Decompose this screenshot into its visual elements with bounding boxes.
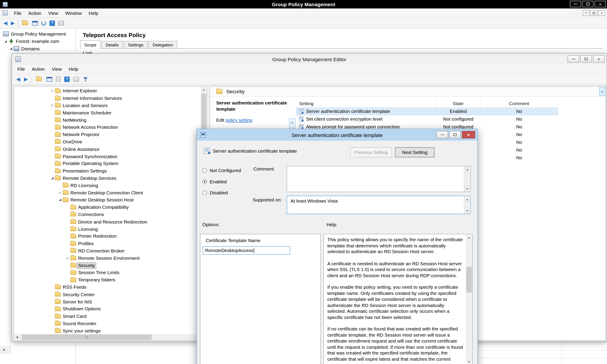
export-list-icon[interactable] <box>56 77 60 82</box>
menu-view[interactable]: View <box>45 10 62 16</box>
child-minimize-icon[interactable] <box>583 10 590 16</box>
help-icon[interactable]: ? <box>50 20 55 26</box>
minimize-icon[interactable] <box>436 131 448 138</box>
expand-arrow-icon[interactable]: ▷ <box>50 89 55 93</box>
expand-arrow-icon[interactable]: ▷ <box>50 104 55 108</box>
close-icon[interactable]: × <box>595 1 606 8</box>
help-icon[interactable]: ? <box>64 77 70 82</box>
tree-item-session-time-limits[interactable]: Session Time Limits <box>14 269 201 276</box>
tree-item-device-and-resource-redirection[interactable]: Device and Resource Redirection <box>14 218 201 225</box>
close-icon[interactable]: × <box>462 131 475 138</box>
forward-icon[interactable]: ▶ <box>11 20 15 26</box>
tree-item-shutdown-options[interactable]: Shutdown Options <box>14 305 201 312</box>
maximize-icon[interactable] <box>449 131 461 138</box>
tree-item-sync-your-settings[interactable]: Sync your settings <box>14 327 201 334</box>
collapse-arrow-icon[interactable]: ◢ <box>58 198 63 202</box>
tree-item-printer-redirection[interactable]: Printer Redirection <box>14 233 201 240</box>
tree-item-smart-card[interactable]: Smart Card <box>14 312 201 320</box>
tree-item-presentation-settings[interactable]: Presentation Settings <box>14 167 201 174</box>
tree-horizontal-scrollbar[interactable]: ◀ ▶ <box>14 334 201 340</box>
collapse-arrow-icon[interactable]: ◢ <box>3 39 8 43</box>
column-header-comment[interactable]: Comment <box>481 100 558 108</box>
tree-item-application-compatibility[interactable]: Application Compatibility <box>14 204 201 211</box>
up-folder-icon[interactable] <box>22 21 28 25</box>
restore-icon[interactable] <box>582 1 594 8</box>
scroll-down-icon[interactable]: ▼ <box>464 208 470 214</box>
expand-arrow-icon[interactable]: ▷ <box>66 256 70 260</box>
tree-item-group-policy-management[interactable]: Group Policy Management <box>0 30 75 38</box>
gpm-horizontal-scrollbar-fragment[interactable]: ◀ <box>0 346 11 353</box>
tree-item-rss-feeds[interactable]: RSS Feeds <box>14 284 201 291</box>
tree-item-temporary-folders[interactable]: Temporary folders <box>14 276 201 284</box>
tree-item-location-and-sensors[interactable]: ▷Location and Sensors <box>14 102 201 109</box>
maximize-icon[interactable] <box>580 55 592 63</box>
tree-item-security-center[interactable]: Security Center <box>14 291 201 298</box>
comment-scrollbar[interactable]: ▲ ▼ <box>464 166 470 192</box>
menu-help[interactable]: Help <box>65 66 82 72</box>
column-header-state[interactable]: State <box>436 100 480 108</box>
scroll-up-icon[interactable]: ▲ <box>466 234 472 241</box>
tree-item-rd-licensing[interactable]: RD Licensing <box>14 182 201 189</box>
next-setting-button[interactable]: Next Setting <box>395 147 435 157</box>
tab-delegation[interactable]: Delegation <box>148 41 177 48</box>
expand-arrow-icon[interactable]: ▷ <box>58 191 63 195</box>
minimize-icon[interactable] <box>568 55 579 63</box>
menu-file[interactable]: File <box>10 10 25 16</box>
radio-disabled[interactable]: Disabled <box>202 187 241 198</box>
tab-settings[interactable]: Settings <box>124 41 148 48</box>
supported-scrollbar[interactable]: ▲ ▼ <box>464 196 470 214</box>
chevron-up-icon[interactable]: ^ <box>289 118 296 129</box>
up-folder-icon[interactable] <box>36 77 42 81</box>
collapse-arrow-icon[interactable]: ◢ <box>50 176 55 180</box>
menu-action[interactable]: Action <box>28 66 48 72</box>
tree-item-security[interactable]: Security <box>14 262 201 269</box>
tree-item-remote-session-environment[interactable]: ▷Remote Session Environment <box>14 254 201 262</box>
tree-item-forest-example-com[interactable]: ◢Forest: example.com <box>0 38 75 45</box>
scroll-up-icon[interactable]: ▲ <box>464 166 470 172</box>
tree-item-server-for-nis[interactable]: Server for NIS <box>14 298 201 305</box>
radio-not-configured[interactable]: Not Configured <box>202 165 241 176</box>
tab-details[interactable]: Details <box>101 41 123 48</box>
menu-help[interactable]: Help <box>85 10 102 16</box>
tab-scope[interactable]: Scope <box>80 40 101 49</box>
tree-item-connections[interactable]: Connections <box>14 211 201 218</box>
show-console-tree-icon[interactable] <box>46 77 52 81</box>
tree-item-maintenance-scheduler[interactable]: Maintenance Scheduler <box>14 109 201 117</box>
menu-action[interactable]: Action <box>25 10 45 16</box>
scroll-left-icon[interactable]: ◀ <box>0 347 7 353</box>
supported-on-textarea[interactable]: At least Windows Vista ▲ ▼ <box>287 196 471 214</box>
tree-item-password-synchronization[interactable]: Password Synchronization <box>14 153 201 160</box>
previous-setting-button[interactable]: Previous Setting <box>350 147 392 157</box>
list-view-icon[interactable] <box>58 21 64 26</box>
setting-row[interactable]: Server authentication certificate templa… <box>296 108 558 115</box>
setting-row[interactable]: Set client connection encryption levelNo… <box>296 115 558 123</box>
column-header-setting[interactable]: Setting <box>296 100 436 108</box>
scroll-up-icon[interactable]: ▲ <box>599 87 605 96</box>
forward-icon[interactable]: ▶ <box>24 76 28 82</box>
tree-item-network-access-protection[interactable]: Network Access Protection <box>14 124 201 131</box>
back-icon[interactable]: ◀ <box>16 76 20 82</box>
tree-item-domains[interactable]: ◢Domains <box>0 45 75 52</box>
tree-item-profiles[interactable]: Profiles <box>14 240 201 247</box>
scroll-up-icon[interactable]: ▲ <box>464 196 470 202</box>
scrollbar-thumb[interactable] <box>22 334 152 340</box>
scroll-up-icon[interactable]: ▲ <box>201 87 206 92</box>
tree-item-network-projector[interactable]: Network Projector <box>14 131 201 138</box>
tree-item-remote-desktop-connection-client[interactable]: ▷Remote Desktop Connection Client <box>14 189 201 196</box>
tree-item-internet-explorer[interactable]: ▷Internet Explorer <box>14 88 201 95</box>
help-scrollbar[interactable]: ▲ ▼ <box>466 234 472 364</box>
policy-setting-link[interactable]: policy setting <box>226 117 252 123</box>
close-icon[interactable]: × <box>593 55 605 63</box>
child-close-icon[interactable]: × <box>598 10 605 16</box>
filter-icon[interactable] <box>83 77 88 82</box>
tree-item-remote-desktop-services[interactable]: ◢Remote Desktop Services <box>14 174 201 182</box>
collapse-arrow-icon[interactable]: ◢ <box>9 47 14 51</box>
tree-item-portable-operating-system[interactable]: Portable Operating System <box>14 160 201 168</box>
tree-item-online-assistance[interactable]: Online Assistance <box>14 145 201 153</box>
radio-enabled[interactable]: Enabled <box>202 176 241 187</box>
scroll-left-icon[interactable]: ◀ <box>14 334 20 340</box>
menu-view[interactable]: View <box>48 66 65 72</box>
scrollbar-thumb[interactable] <box>466 267 472 293</box>
back-icon[interactable]: ◀ <box>3 20 8 26</box>
tree-item-onedrive[interactable]: OneDrive <box>14 138 201 145</box>
